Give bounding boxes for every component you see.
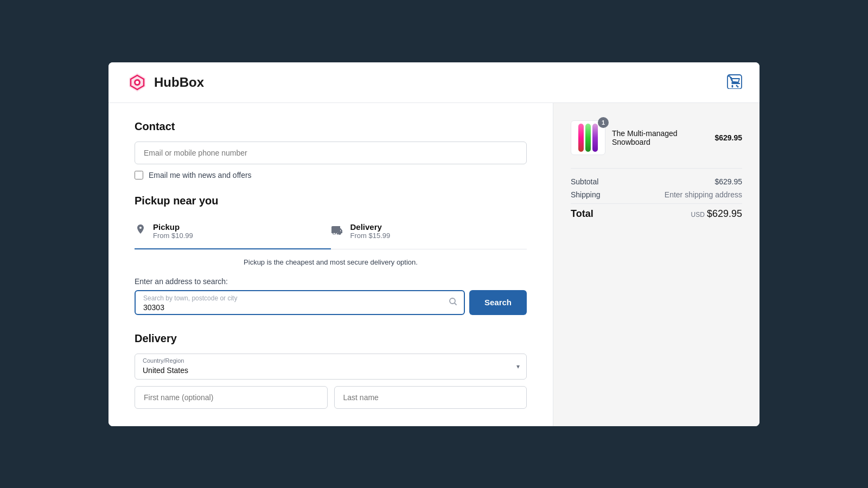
pickup-option-pickup[interactable]: Pickup From $10.99 — [135, 216, 331, 249]
shipping-value: Enter shipping address — [665, 190, 742, 199]
grand-total-row: Total USD $629.95 — [571, 203, 742, 220]
shipping-label: Shipping — [571, 190, 601, 199]
search-button[interactable]: Search — [469, 290, 527, 315]
delivery-section: Delivery Country/Region United States ▾ — [135, 332, 527, 409]
total-currency: USD — [691, 211, 705, 219]
order-item-name: The Multi-managed Snowboard — [612, 129, 708, 146]
snowboard-visual — [576, 121, 600, 154]
country-select[interactable]: United States — [135, 354, 526, 379]
total-amount: $629.95 — [707, 208, 742, 220]
right-panel: 1 The Multi-managed Snowboard $629.95 Su… — [553, 103, 760, 426]
truck-icon — [331, 224, 344, 239]
total-label: Total — [571, 208, 593, 220]
contact-section: Contact Email me with news and offers — [135, 120, 527, 179]
pickup-options: Pickup From $10.99 Delivery From $15. — [135, 216, 527, 249]
pickup-label: Pickup — [153, 222, 193, 232]
newsletter-row: Email me with news and offers — [135, 171, 527, 179]
svg-point-6 — [736, 85, 738, 86]
search-input-wrapper: Search by town, postcode or city — [135, 290, 465, 315]
delivery-sublabel: From $15.99 — [350, 232, 391, 240]
first-name-field[interactable] — [135, 386, 328, 409]
logo: HubBox — [126, 71, 204, 94]
search-magnifier-icon — [449, 297, 457, 308]
newsletter-checkbox[interactable] — [135, 171, 143, 179]
subtotal-label: Subtotal — [571, 177, 598, 186]
email-field[interactable] — [135, 142, 527, 164]
country-select-wrapper: Country/Region United States ▾ — [135, 354, 527, 380]
subtotal-row: Subtotal $629.95 — [571, 177, 742, 186]
contact-title: Contact — [135, 120, 527, 133]
shipping-row: Shipping Enter shipping address — [571, 190, 742, 199]
svg-point-3 — [136, 81, 139, 84]
order-totals: Subtotal $629.95 Shipping Enter shipping… — [571, 168, 742, 220]
name-row — [135, 386, 527, 409]
cart-icon[interactable] — [727, 74, 742, 91]
delivery-label: Delivery — [350, 222, 391, 232]
search-section: Enter an address to search: Search by to… — [135, 277, 527, 315]
subtotal-value: $629.95 — [714, 177, 742, 186]
pin-icon — [135, 223, 146, 238]
header: HubBox — [108, 62, 760, 103]
logo-text: HubBox — [154, 75, 204, 90]
total-value: USD $629.95 — [691, 208, 742, 220]
search-input[interactable] — [136, 291, 464, 314]
left-panel: Contact Email me with news and offers Pi… — [108, 103, 553, 426]
content: Contact Email me with news and offers Pi… — [108, 103, 760, 426]
pickup-option-text: Pickup From $10.99 — [153, 222, 193, 240]
svg-rect-4 — [727, 75, 742, 89]
item-quantity-badge: 1 — [598, 117, 609, 128]
last-name-field[interactable] — [334, 386, 527, 409]
pickup-option-delivery[interactable]: Delivery From $15.99 — [331, 216, 527, 249]
order-item: 1 The Multi-managed Snowboard $629.95 — [571, 120, 742, 155]
delivery-option-text: Delivery From $15.99 — [350, 222, 391, 240]
order-item-image-wrapper: 1 — [571, 120, 605, 155]
order-item-info: The Multi-managed Snowboard — [612, 129, 708, 146]
pickup-title: Pickup near you — [135, 195, 527, 207]
newsletter-label: Email me with news and offers — [149, 171, 252, 179]
delivery-title: Delivery — [135, 332, 527, 345]
order-item-price: $629.95 — [714, 133, 742, 142]
svg-point-5 — [732, 85, 733, 86]
snowboard-bar-3 — [592, 124, 598, 152]
pickup-note: Pickup is the cheapest and most secure d… — [135, 258, 527, 266]
hubbox-logo-icon — [126, 71, 149, 94]
search-row: Search by town, postcode or city Search — [135, 290, 527, 315]
search-label: Enter an address to search: — [135, 277, 527, 286]
pickup-sublabel: From $10.99 — [153, 232, 193, 240]
pickup-section: Pickup near you Pickup From $10.99 — [135, 195, 527, 315]
snowboard-bar-1 — [578, 124, 584, 152]
snowboard-bar-2 — [585, 124, 591, 152]
